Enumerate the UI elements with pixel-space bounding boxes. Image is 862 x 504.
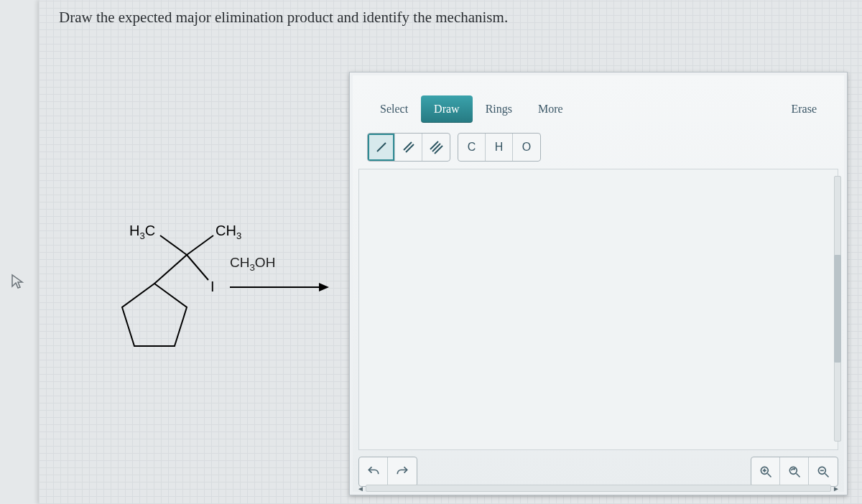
scroll-left-arrow[interactable]: ◄ [356,483,366,493]
svg-line-3 [187,235,213,255]
history-button-group [358,457,417,487]
zoom-out-button[interactable] [809,457,838,486]
molecule-svg: H3C CH3 I [86,215,345,373]
bond-button-group [367,133,450,162]
svg-line-15 [435,146,442,154]
reactant-structure: H3C CH3 I [86,215,345,373]
svg-point-20 [789,467,797,474]
toolbar-top: Select Draw Rings More Erase [367,94,830,124]
svg-line-21 [796,474,800,477]
single-bond-button[interactable] [368,134,395,161]
svg-text:CH3: CH3 [216,223,241,241]
svg-line-17 [767,474,771,477]
zoom-reset-button[interactable] [780,457,809,486]
rings-tool-button[interactable]: Rings [473,95,525,123]
svg-line-23 [825,474,829,477]
select-tool-button[interactable]: Select [367,95,421,123]
svg-line-2 [160,235,187,255]
draw-tool-button[interactable]: Draw [421,95,473,123]
scroll-right-arrow[interactable]: ► [831,483,841,493]
svg-line-1 [154,255,187,284]
horizontal-scrollbar[interactable]: ◄ ► [356,483,841,493]
triple-bond-button[interactable] [422,134,450,161]
undo-button[interactable] [359,457,388,486]
question-text: Draw the expected major elimination prod… [59,9,508,27]
structure-editor: Select Draw Rings More Erase [349,72,848,495]
reagent-label: CH3OH [230,255,275,273]
svg-line-13 [430,141,438,149]
reaction-arrow [228,280,329,294]
toolbar-sub: C H O [367,133,541,162]
svg-line-4 [187,255,208,280]
editor-inner: Select Draw Rings More Erase [353,75,844,492]
more-tool-button[interactable]: More [525,95,576,123]
hydrogen-atom-button[interactable]: H [486,134,513,161]
vertical-scroll-thumb[interactable] [834,255,841,363]
zoom-in-button[interactable] [751,457,780,486]
cursor-icon [9,273,27,291]
horizontal-scroll-track [366,485,831,492]
svg-line-11 [404,142,412,150]
svg-marker-0 [122,284,187,346]
svg-line-14 [432,144,440,151]
drawing-canvas[interactable] [358,169,838,450]
svg-text:I: I [210,279,215,294]
svg-line-10 [377,143,386,151]
vertical-scrollbar[interactable] [833,169,843,449]
double-bond-button[interactable] [395,134,422,161]
carbon-atom-button[interactable]: C [458,134,486,161]
svg-marker-9 [319,283,329,291]
svg-text:H3C: H3C [129,223,155,241]
oxygen-atom-button[interactable]: O [513,134,540,161]
zoom-button-group [751,457,838,487]
erase-tool-button[interactable]: Erase [778,95,830,123]
svg-line-12 [406,144,414,152]
atom-button-group: C H O [458,133,541,162]
redo-button[interactable] [388,457,417,486]
